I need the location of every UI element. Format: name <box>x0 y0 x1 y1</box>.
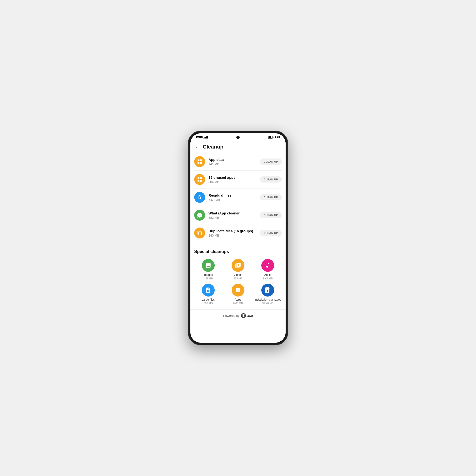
residual-text: Residual files 7.68 MB <box>208 193 260 202</box>
installation-icon <box>261 284 274 297</box>
status-left: VoLTE <box>196 136 208 138</box>
unused-apps-icon <box>194 174 205 185</box>
residual-name: Residual files <box>208 193 260 198</box>
apps-name: Apps <box>235 298 241 301</box>
svg-rect-9 <box>238 288 240 290</box>
cleanup-item-residual: Residual files 7.68 MB CLEAN UP <box>194 188 282 206</box>
svg-rect-2 <box>198 162 200 164</box>
duplicate-size: 240 MB <box>208 234 260 237</box>
audio-name: Audio <box>264 273 272 276</box>
special-section: Special cleanups Images 1.48 GB <box>190 246 286 309</box>
large-files-size: 803 MB <box>204 302 213 305</box>
app-data-clean-button[interactable]: CLEAN UP <box>260 158 282 165</box>
status-right: 4:23 <box>268 136 280 138</box>
special-item-apps[interactable]: Apps 6.05 GB <box>224 284 252 305</box>
battery-icon <box>268 136 273 138</box>
logo-360: 360 <box>241 313 253 318</box>
large-files-icon <box>202 284 215 297</box>
images-size: 1.48 GB <box>203 277 213 280</box>
camera-notch <box>236 136 240 139</box>
phone-frame: VoLTE 4:23 <box>188 131 288 345</box>
section-divider <box>190 244 286 244</box>
svg-rect-8 <box>236 288 238 290</box>
cleanup-item-unused-apps: 15 unused apps 884 MB CLEAN UP <box>194 171 282 188</box>
status-bar: VoLTE 4:23 <box>190 133 286 140</box>
powered-text: Powered by <box>223 314 240 318</box>
cleanup-list: App data 141 MB CLEAN UP <box>190 153 286 242</box>
svg-rect-7 <box>200 180 202 182</box>
special-item-audio[interactable]: Audio 9.69 MB <box>254 259 282 280</box>
svg-rect-6 <box>198 180 200 182</box>
volte-badge: VoLTE <box>196 136 203 138</box>
images-icon <box>202 259 215 272</box>
cleanup-item-whatsapp: WhatsApp cleaner 682 MB CLEAN UP <box>194 206 282 224</box>
residual-clean-button[interactable]: CLEAN UP <box>260 194 282 200</box>
screen-content: ← Cleanup App data <box>190 140 286 343</box>
residual-size: 7.68 MB <box>208 198 260 202</box>
time-display: 4:23 <box>275 136 280 138</box>
whatsapp-text: WhatsApp cleaner 682 MB <box>208 211 260 220</box>
special-item-installation[interactable]: Installation packages 32.40 MB <box>254 284 282 305</box>
app-data-text: App data 141 MB <box>208 157 260 166</box>
installation-size: 32.40 MB <box>262 302 273 305</box>
apps-size: 6.05 GB <box>233 302 243 305</box>
apps-icon <box>232 284 244 297</box>
special-grid: Images 1.48 GB Videos 259 MB <box>194 259 282 305</box>
whatsapp-icon <box>194 210 205 221</box>
app-data-size: 141 MB <box>208 162 260 166</box>
svg-rect-10 <box>236 290 238 292</box>
svg-rect-5 <box>200 177 202 179</box>
unused-apps-clean-button[interactable]: CLEAN UP <box>260 176 282 183</box>
whatsapp-clean-button[interactable]: CLEAN UP <box>260 212 282 218</box>
special-item-videos[interactable]: Videos 259 MB <box>224 259 252 280</box>
phone-screen: VoLTE 4:23 <box>190 133 286 343</box>
back-button[interactable]: ← <box>195 144 200 150</box>
unused-apps-name: 15 unused apps <box>208 175 260 180</box>
duplicate-icon <box>194 227 205 238</box>
duplicate-clean-button[interactable]: CLEAN UP <box>260 230 282 236</box>
duplicate-name: Duplicate files (16 groups) <box>208 229 260 234</box>
videos-icon <box>232 259 244 272</box>
videos-size: 259 MB <box>234 277 242 280</box>
logo-360-text: 360 <box>247 314 253 318</box>
whatsapp-name: WhatsApp cleaner <box>208 211 260 216</box>
unused-apps-size: 884 MB <box>208 180 260 184</box>
cleanup-item-app-data: App data 141 MB CLEAN UP <box>194 153 282 171</box>
images-name: Images <box>204 273 213 276</box>
app-data-name: App data <box>208 157 260 162</box>
special-item-large-files[interactable]: Large files 803 MB <box>194 284 222 305</box>
unused-apps-text: 15 unused apps 884 MB <box>208 175 260 184</box>
duplicate-text: Duplicate files (16 groups) 240 MB <box>208 229 260 238</box>
svg-rect-0 <box>198 159 200 161</box>
svg-rect-4 <box>198 177 200 179</box>
page-header: ← Cleanup <box>190 140 286 153</box>
residual-icon <box>194 192 205 203</box>
signal-icon <box>204 136 208 138</box>
large-files-name: Large files <box>202 298 215 301</box>
installation-name: Installation packages <box>255 298 281 301</box>
page-title: Cleanup <box>203 144 223 150</box>
svg-rect-1 <box>200 159 202 161</box>
videos-name: Videos <box>234 273 242 276</box>
cleanup-item-duplicate: Duplicate files (16 groups) 240 MB CLEAN… <box>194 224 282 242</box>
audio-size: 9.69 MB <box>263 277 273 280</box>
app-data-icon <box>194 156 205 167</box>
svg-point-13 <box>242 313 245 318</box>
svg-rect-3 <box>200 162 202 164</box>
audio-icon <box>261 259 274 272</box>
powered-footer: Powered by 360 <box>190 309 286 323</box>
special-title: Special cleanups <box>194 249 282 254</box>
whatsapp-size: 682 MB <box>208 216 260 220</box>
svg-rect-11 <box>238 290 240 292</box>
special-item-images[interactable]: Images 1.48 GB <box>194 259 222 280</box>
